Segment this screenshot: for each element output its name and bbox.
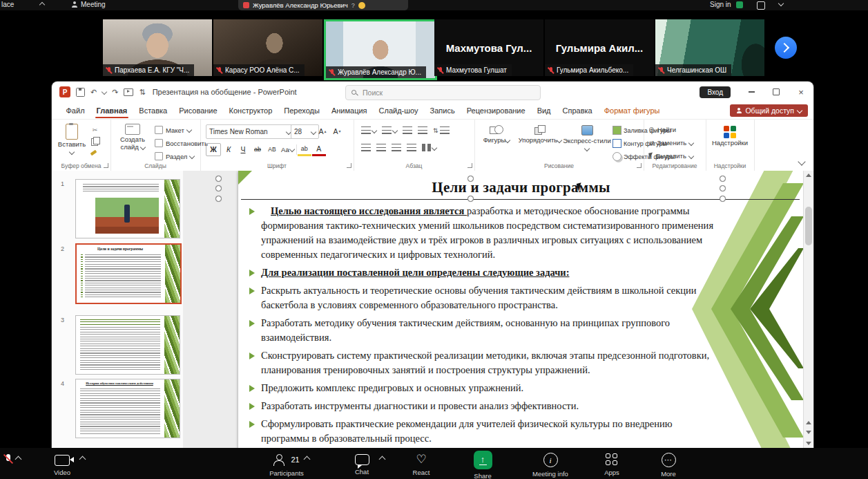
selection-handle[interactable] [215,185,222,191]
react-button[interactable]: ♡ React [397,453,445,476]
powerpoint-logo-icon[interactable]: P [59,86,70,97]
participants-button[interactable]: 21 Participants [262,453,311,477]
extension-icon[interactable] [757,1,765,10]
save-icon[interactable] [76,88,85,97]
start-slideshow-icon[interactable] [124,88,133,96]
scroll-down-icon[interactable] [806,442,811,445]
previous-slide-icon[interactable] [806,421,811,424]
meeting-info-button[interactable]: i Meeting info [526,453,575,478]
align-right-button[interactable] [389,142,403,153]
tab-home[interactable]: Главная [90,102,133,119]
highlight-color-button[interactable]: ab [298,142,311,156]
video-tile[interactable]: Гульмира Акил... Гульмира Акильбеко... [545,19,654,76]
justify-button[interactable] [405,142,418,153]
slide-thumbnail-3[interactable] [75,315,180,375]
section-button[interactable]: Раздел [155,152,194,160]
slide-body-textbox[interactable]: Целью настоящего исследования является р… [249,204,719,448]
new-slide-button[interactable]: Создать слайд [115,124,151,151]
selection-handle[interactable] [467,176,474,182]
quick-styles-button[interactable]: Экспресс-стили [563,125,611,153]
search-box[interactable] [345,85,541,100]
layout-button[interactable]: Макет [155,126,191,134]
chevron-down-icon[interactable] [778,1,784,6]
tab-shape-format[interactable]: Формат фигуры [598,102,666,119]
slide-thumbnail-4[interactable]: История обучения тактическим действиям [75,379,180,438]
selection-handle[interactable] [720,176,726,182]
ppt-share-button[interactable]: Общий доступ [730,104,808,117]
minimize-button[interactable] [739,82,764,102]
scrollbar-thumb[interactable] [805,207,812,245]
addins-button[interactable]: Надстройки [710,126,750,147]
font-size-combo[interactable]: 28 [291,124,319,139]
video-button[interactable]: Video [38,453,86,476]
chevron-up-icon[interactable] [39,2,45,8]
chevron-up-icon[interactable] [304,456,311,463]
video-tile[interactable]: Карасу РОО Алёна С... [213,19,322,76]
format-painter-button[interactable] [90,151,97,154]
tab-draw[interactable]: Рисование [173,102,223,119]
find-button[interactable]: Найти [649,126,676,133]
more-button[interactable]: ⋯ More [644,453,693,478]
align-left-button[interactable] [359,142,373,153]
collapse-ribbon-icon[interactable] [798,158,805,165]
bold-button[interactable]: Ж [206,143,221,156]
line-spacing-button[interactable]: ⇅ [431,125,452,135]
search-input[interactable] [361,88,534,97]
shapes-button[interactable]: Фигуры [477,125,516,144]
tab-slideshow[interactable]: Слайд-шоу [373,102,424,119]
video-tile[interactable]: Челгашинская ОШ [655,19,764,76]
meeting-tab[interactable]: Meeting [81,1,106,8]
current-slide[interactable]: Цели и задачи программы Целью настоящего… [238,171,804,448]
redo-icon[interactable]: ↷ [112,88,118,96]
underline-button[interactable]: Ч [236,144,250,156]
cut-button[interactable]: ✂ [90,125,99,134]
chevron-up-icon[interactable] [379,456,386,463]
decrease-indent-button[interactable] [401,125,414,135]
undo-icon[interactable]: ↶ [90,88,97,96]
close-button[interactable]: × [789,82,813,102]
meeting-title-pill[interactable]: Журавлёв Александр Юрьевич ? [238,0,408,10]
arrange-button[interactable]: Упорядочить [517,125,563,144]
tab-help[interactable]: Справка [557,102,598,119]
copy-button[interactable] [91,138,98,146]
font-name-combo[interactable]: Times New Roman [206,124,294,139]
increase-indent-button[interactable] [416,125,430,135]
scroll-up-icon[interactable] [806,173,811,177]
workspace-label[interactable]: lace [1,1,14,8]
tab-review[interactable]: Рецензирование [461,102,531,119]
font-color-button[interactable]: А [312,142,326,156]
video-tile[interactable]: Пархаева Е.А. КГУ "Ч... [103,19,212,76]
grow-font-button[interactable]: А▴ [316,125,329,137]
character-spacing-button[interactable]: АВ [265,144,279,156]
sign-in-link[interactable]: Sign in [710,1,731,8]
maximize-button[interactable] [764,82,789,102]
selection-handle[interactable] [215,176,222,182]
tab-view[interactable]: Вид [531,102,557,119]
tab-insert[interactable]: Вставка [133,102,173,119]
align-center-button[interactable] [374,142,388,153]
tab-record[interactable]: Запись [424,102,461,119]
strikethrough-button[interactable]: ab [251,144,264,156]
selection-handle[interactable] [720,185,726,191]
vertical-scrollbar[interactable] [803,171,813,448]
apps-button[interactable]: Apps [588,453,636,476]
tab-animations[interactable]: Анимация [325,102,373,119]
selection-handle[interactable] [215,196,222,202]
tab-design[interactable]: Конструктор [223,102,278,119]
selection-handle[interactable] [720,196,726,202]
reorder-icon[interactable]: ⇅ [139,88,145,96]
numbering-button[interactable] [380,125,399,135]
italic-button[interactable]: К [222,144,235,156]
video-tile[interactable]: Махмутова Гул... Махмутова Гулшат [434,19,543,76]
chevron-up-icon[interactable] [15,456,22,463]
help-icon[interactable]: ? [351,2,355,9]
account-sign-in-button[interactable]: Вход [700,86,731,98]
next-slide-icon[interactable] [806,431,811,434]
replace-button[interactable]: ⇄Заменить [649,139,693,147]
undo-dropdown-icon[interactable] [102,89,107,95]
tab-file[interactable]: Файл [60,102,90,119]
security-shield-icon[interactable] [736,1,743,8]
paste-button[interactable]: Вставить [57,124,86,156]
video-tile-active-speaker[interactable]: Журавлёв Александр Ю... [324,19,437,80]
tab-transitions[interactable]: Переходы [278,102,326,119]
